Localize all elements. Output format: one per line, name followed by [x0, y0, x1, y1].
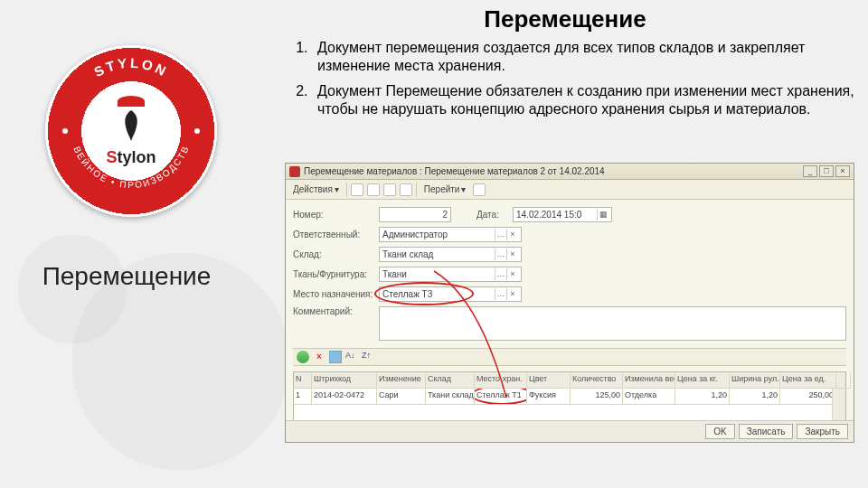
window-icon — [289, 166, 300, 177]
slide-heading: Перемещение — [420, 5, 710, 33]
slide-side-title: Перемещение — [0, 262, 253, 291]
app-window: Перемещение материалов : Перемещение мат… — [285, 163, 854, 443]
logo-ring-text: STYLON ШВЕЙНОЕ • ПРОИЗВОДСТВО — [45, 45, 217, 217]
col-change[interactable]: Изменение — [377, 372, 426, 389]
col-price-unit[interactable]: Цена за ед. — [780, 372, 836, 389]
col-width[interactable]: Ширина рул. — [730, 372, 780, 389]
maximize-button[interactable]: □ — [819, 165, 834, 177]
label-fabric: Ткань/Фурнитура: — [293, 269, 379, 279]
table-row[interactable]: 1 2014-02-0472 Сари Ткани склад Стеллаж … — [294, 389, 845, 405]
select-icon[interactable]: … — [495, 249, 506, 260]
sort-asc-icon[interactable]: A↓ — [345, 351, 358, 363]
svg-text:STYLON: STYLON — [91, 55, 171, 80]
form-area: Номер: 2 Дата: 14.02.2014 15:0▦ Ответств… — [286, 200, 854, 371]
window-footer: OK Записать Закрыть — [286, 420, 854, 442]
col-warehouse[interactable]: Склад — [426, 372, 475, 389]
col-n[interactable]: N — [294, 372, 312, 389]
col-changed[interactable]: Изменила вес — [623, 372, 675, 389]
responsible-field[interactable]: Администратор…× — [379, 227, 522, 242]
cell-price-unit: 250,00 — [780, 389, 836, 405]
date-picker-icon[interactable]: ▦ — [597, 209, 609, 221]
toolbar-icon-1[interactable] — [351, 183, 363, 196]
toolbar-icon-2[interactable] — [367, 183, 380, 196]
clear-icon[interactable]: × — [506, 268, 518, 280]
cell-barcode: 2014-02-0472 — [312, 389, 377, 405]
grid-header: N Штрихкод Изменение Склад Место хран. Ц… — [294, 372, 845, 389]
label-number: Номер: — [293, 210, 379, 220]
chevron-down-icon: ▾ — [335, 184, 339, 194]
chevron-down-icon: ▾ — [461, 184, 466, 194]
col-scroll — [836, 372, 851, 389]
close-footer-button[interactable]: Закрыть — [797, 424, 848, 439]
toolbar-icon-5[interactable] — [473, 183, 486, 196]
comment-field[interactable] — [379, 306, 846, 341]
label-comment: Комментарий: — [293, 305, 379, 316]
svg-point-2 — [62, 128, 68, 134]
cell-qty: 125,00 — [571, 389, 623, 405]
cell-changed: Отделка — [623, 389, 675, 405]
date-field[interactable]: 14.02.2014 15:0▦ — [513, 207, 612, 222]
save-button[interactable]: Записать — [739, 424, 794, 439]
cell-price-kg: 1,20 — [675, 389, 730, 405]
col-barcode[interactable]: Штрихкод — [312, 372, 377, 389]
toolbar-icon-3[interactable] — [383, 183, 396, 196]
clear-icon[interactable]: × — [506, 249, 518, 260]
clear-icon[interactable]: × — [506, 288, 518, 300]
select-icon[interactable]: … — [495, 288, 506, 300]
cell-change: Сари — [377, 389, 426, 405]
col-price-kg[interactable]: Цена за кг. — [675, 372, 730, 389]
cell-warehouse: Ткани склад — [426, 389, 475, 405]
clear-icon[interactable]: × — [506, 229, 518, 240]
left-column: STYLON ШВЕЙНОЕ • ПРОИЗВОДСТВО Stylon Пер… — [0, 0, 271, 488]
label-responsible: Ответственный: — [293, 230, 379, 239]
logo-medallion: STYLON ШВЕЙНОЕ • ПРОИЗВОДСТВО Stylon — [45, 45, 217, 217]
grid-toolbar: × A↓ Z↑ — [293, 348, 846, 366]
destination-field[interactable]: Стеллаж Т3 …× — [379, 286, 522, 302]
delete-row-icon[interactable]: × — [313, 351, 326, 363]
add-row-icon[interactable] — [297, 351, 309, 363]
close-button[interactable]: × — [835, 165, 850, 177]
label-dest: Место назначения: — [293, 289, 379, 299]
col-place[interactable]: Место хран. — [475, 372, 527, 389]
right-column: Перемещение Документ перемещения создает… — [285, 5, 859, 126]
slide-bullets: Документ перемещения создается для всех … — [285, 39, 859, 118]
window-titlebar[interactable]: Перемещение материалов : Перемещение мат… — [286, 164, 854, 180]
go-menu[interactable]: Перейти ▾ — [420, 183, 470, 195]
label-warehouse: Склад: — [293, 249, 379, 259]
cell-color: Фуксия — [527, 389, 571, 405]
bullet-2: Документ Перемещение обязателен к создан… — [312, 82, 859, 118]
label-date: Дата: — [476, 210, 513, 220]
col-qty[interactable]: Количество — [571, 372, 623, 389]
toolbar: Действия ▾ Перейти ▾ — [286, 180, 854, 200]
select-icon[interactable]: … — [495, 268, 506, 280]
sort-desc-icon[interactable]: Z↑ — [362, 351, 374, 363]
cell-width: 1,20 — [730, 389, 780, 405]
warehouse-field[interactable]: Ткани склад…× — [379, 247, 522, 262]
fabric-field[interactable]: Ткани…× — [379, 267, 522, 282]
window-title: Перемещение материалов : Перемещение мат… — [304, 166, 801, 176]
minimize-button[interactable]: _ — [803, 165, 817, 177]
toolbar-icon-4[interactable] — [400, 183, 412, 196]
edit-row-icon[interactable] — [329, 351, 342, 363]
cell-place: Стеллаж Т1 — [475, 389, 527, 405]
svg-point-3 — [194, 128, 200, 134]
col-color[interactable]: Цвет — [527, 372, 571, 389]
actions-menu[interactable]: Действия ▾ — [289, 183, 343, 195]
cell-n: 1 — [294, 389, 312, 405]
select-icon[interactable]: … — [495, 229, 506, 240]
number-field[interactable]: 2 — [379, 207, 451, 222]
ok-button[interactable]: OK — [705, 424, 734, 439]
bullet-1: Документ перемещения создается для всех … — [312, 39, 859, 75]
